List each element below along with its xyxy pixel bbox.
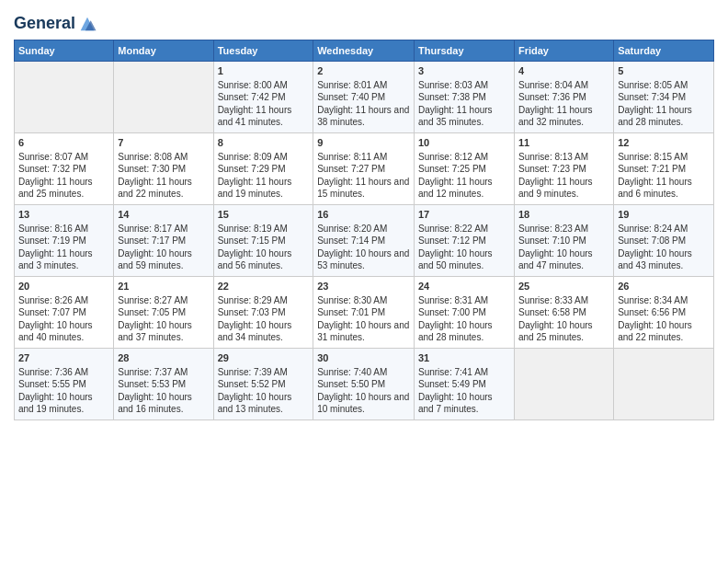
day-info: Sunrise: 8:00 AM Sunset: 7:42 PM Dayligh… xyxy=(218,79,310,129)
calendar-header-thursday: Thursday xyxy=(415,40,515,62)
day-info: Sunrise: 8:11 AM Sunset: 7:27 PM Dayligh… xyxy=(317,151,410,201)
day-info: Sunrise: 8:01 AM Sunset: 7:40 PM Dayligh… xyxy=(317,79,410,129)
day-number: 23 xyxy=(317,280,410,293)
calendar-cell: 14Sunrise: 8:17 AM Sunset: 7:17 PM Dayli… xyxy=(114,205,213,277)
calendar-cell: 30Sunrise: 7:40 AM Sunset: 5:50 PM Dayli… xyxy=(313,349,415,420)
day-info: Sunrise: 7:36 AM Sunset: 5:55 PM Dayligh… xyxy=(18,366,109,416)
day-info: Sunrise: 7:41 AM Sunset: 5:49 PM Dayligh… xyxy=(418,366,510,416)
calendar-cell: 2Sunrise: 8:01 AM Sunset: 7:40 PM Daylig… xyxy=(313,62,415,133)
header: General xyxy=(14,9,714,34)
calendar-cell: 4Sunrise: 8:04 AM Sunset: 7:36 PM Daylig… xyxy=(514,62,613,133)
calendar-cell xyxy=(15,62,114,133)
calendar-cell: 15Sunrise: 8:19 AM Sunset: 7:15 PM Dayli… xyxy=(213,205,313,277)
day-number: 10 xyxy=(418,136,510,150)
calendar-cell: 31Sunrise: 7:41 AM Sunset: 5:49 PM Dayli… xyxy=(415,349,515,420)
day-info: Sunrise: 8:34 AM Sunset: 6:56 PM Dayligh… xyxy=(618,294,710,344)
calendar-week-row: 6Sunrise: 8:07 AM Sunset: 7:32 PM Daylig… xyxy=(15,133,714,205)
day-info: Sunrise: 8:30 AM Sunset: 7:01 PM Dayligh… xyxy=(317,294,410,344)
day-number: 18 xyxy=(518,208,609,222)
day-number: 21 xyxy=(118,280,209,293)
calendar-header-monday: Monday xyxy=(114,40,213,62)
calendar-cell: 18Sunrise: 8:23 AM Sunset: 7:10 PM Dayli… xyxy=(514,205,613,277)
day-number: 1 xyxy=(218,64,310,78)
calendar-week-row: 20Sunrise: 8:26 AM Sunset: 7:07 PM Dayli… xyxy=(15,277,714,349)
calendar-cell: 11Sunrise: 8:13 AM Sunset: 7:23 PM Dayli… xyxy=(514,133,613,205)
day-info: Sunrise: 8:26 AM Sunset: 7:07 PM Dayligh… xyxy=(18,294,109,344)
day-info: Sunrise: 8:24 AM Sunset: 7:08 PM Dayligh… xyxy=(618,223,710,272)
calendar-cell xyxy=(614,349,714,420)
day-number: 12 xyxy=(618,136,710,150)
day-info: Sunrise: 8:22 AM Sunset: 7:12 PM Dayligh… xyxy=(418,223,510,272)
day-number: 7 xyxy=(118,136,209,150)
day-info: Sunrise: 7:40 AM Sunset: 5:50 PM Dayligh… xyxy=(317,366,410,416)
day-number: 15 xyxy=(218,208,310,222)
calendar-header-saturday: Saturday xyxy=(614,40,714,62)
day-number: 13 xyxy=(18,208,109,222)
day-info: Sunrise: 8:29 AM Sunset: 7:03 PM Dayligh… xyxy=(218,294,310,344)
day-info: Sunrise: 8:19 AM Sunset: 7:15 PM Dayligh… xyxy=(218,223,310,272)
day-number: 30 xyxy=(317,351,410,365)
calendar-week-row: 1Sunrise: 8:00 AM Sunset: 7:42 PM Daylig… xyxy=(15,62,714,133)
day-number: 24 xyxy=(418,280,510,293)
calendar-cell: 20Sunrise: 8:26 AM Sunset: 7:07 PM Dayli… xyxy=(15,277,114,349)
day-info: Sunrise: 8:27 AM Sunset: 7:05 PM Dayligh… xyxy=(118,294,209,344)
day-number: 3 xyxy=(418,64,510,78)
day-number: 19 xyxy=(618,208,710,222)
page-container: General SundayMondayTuesdayWednesdayThur… xyxy=(0,0,728,430)
calendar-cell: 3Sunrise: 8:03 AM Sunset: 7:38 PM Daylig… xyxy=(415,62,515,133)
day-info: Sunrise: 8:23 AM Sunset: 7:10 PM Dayligh… xyxy=(518,223,609,272)
calendar-header-friday: Friday xyxy=(514,40,613,62)
calendar-cell: 8Sunrise: 8:09 AM Sunset: 7:29 PM Daylig… xyxy=(213,133,313,205)
day-number: 22 xyxy=(218,280,310,293)
day-number: 25 xyxy=(518,280,609,293)
day-number: 17 xyxy=(418,208,510,222)
calendar-cell: 6Sunrise: 8:07 AM Sunset: 7:32 PM Daylig… xyxy=(15,133,114,205)
calendar-cell: 13Sunrise: 8:16 AM Sunset: 7:19 PM Dayli… xyxy=(15,205,114,277)
calendar-cell: 19Sunrise: 8:24 AM Sunset: 7:08 PM Dayli… xyxy=(614,205,714,277)
day-number: 31 xyxy=(418,351,510,365)
logo-text: General xyxy=(14,15,75,33)
calendar-cell: 7Sunrise: 8:08 AM Sunset: 7:30 PM Daylig… xyxy=(114,133,213,205)
calendar-header-row: SundayMondayTuesdayWednesdayThursdayFrid… xyxy=(15,40,714,62)
calendar-cell: 12Sunrise: 8:15 AM Sunset: 7:21 PM Dayli… xyxy=(614,133,714,205)
day-info: Sunrise: 8:03 AM Sunset: 7:38 PM Dayligh… xyxy=(418,79,510,129)
day-info: Sunrise: 8:09 AM Sunset: 7:29 PM Dayligh… xyxy=(218,151,310,201)
calendar-cell: 23Sunrise: 8:30 AM Sunset: 7:01 PM Dayli… xyxy=(313,277,415,349)
day-info: Sunrise: 8:05 AM Sunset: 7:34 PM Dayligh… xyxy=(618,79,710,129)
logo-icon xyxy=(77,14,97,34)
day-info: Sunrise: 8:17 AM Sunset: 7:17 PM Dayligh… xyxy=(118,223,209,272)
day-number: 16 xyxy=(317,208,410,222)
calendar-cell: 1Sunrise: 8:00 AM Sunset: 7:42 PM Daylig… xyxy=(213,62,313,133)
day-info: Sunrise: 8:33 AM Sunset: 6:58 PM Dayligh… xyxy=(518,294,609,344)
day-info: Sunrise: 7:39 AM Sunset: 5:52 PM Dayligh… xyxy=(218,366,310,416)
calendar-cell: 26Sunrise: 8:34 AM Sunset: 6:56 PM Dayli… xyxy=(614,277,714,349)
day-number: 27 xyxy=(18,351,109,365)
calendar-table: SundayMondayTuesdayWednesdayThursdayFrid… xyxy=(14,40,714,420)
calendar-cell: 22Sunrise: 8:29 AM Sunset: 7:03 PM Dayli… xyxy=(213,277,313,349)
day-number: 29 xyxy=(218,351,310,365)
day-info: Sunrise: 8:07 AM Sunset: 7:32 PM Dayligh… xyxy=(18,151,109,201)
day-number: 14 xyxy=(118,208,209,222)
calendar-cell: 25Sunrise: 8:33 AM Sunset: 6:58 PM Dayli… xyxy=(514,277,613,349)
day-info: Sunrise: 7:37 AM Sunset: 5:53 PM Dayligh… xyxy=(118,366,209,416)
calendar-week-row: 13Sunrise: 8:16 AM Sunset: 7:19 PM Dayli… xyxy=(15,205,714,277)
day-info: Sunrise: 8:31 AM Sunset: 7:00 PM Dayligh… xyxy=(418,294,510,344)
calendar-cell xyxy=(114,62,213,133)
day-info: Sunrise: 8:13 AM Sunset: 7:23 PM Dayligh… xyxy=(518,151,609,201)
day-number: 6 xyxy=(18,136,109,150)
day-number: 28 xyxy=(118,351,209,365)
calendar-cell: 24Sunrise: 8:31 AM Sunset: 7:00 PM Dayli… xyxy=(415,277,515,349)
day-number: 5 xyxy=(618,64,710,78)
calendar-cell: 17Sunrise: 8:22 AM Sunset: 7:12 PM Dayli… xyxy=(415,205,515,277)
day-info: Sunrise: 8:08 AM Sunset: 7:30 PM Dayligh… xyxy=(118,151,209,201)
calendar-header-tuesday: Tuesday xyxy=(213,40,313,62)
logo: General xyxy=(14,14,97,34)
calendar-cell: 28Sunrise: 7:37 AM Sunset: 5:53 PM Dayli… xyxy=(114,349,213,420)
day-number: 4 xyxy=(518,64,609,78)
calendar-cell: 29Sunrise: 7:39 AM Sunset: 5:52 PM Dayli… xyxy=(213,349,313,420)
calendar-header-sunday: Sunday xyxy=(15,40,114,62)
day-info: Sunrise: 8:04 AM Sunset: 7:36 PM Dayligh… xyxy=(518,79,609,129)
day-info: Sunrise: 8:15 AM Sunset: 7:21 PM Dayligh… xyxy=(618,151,710,201)
day-info: Sunrise: 8:20 AM Sunset: 7:14 PM Dayligh… xyxy=(317,223,410,272)
calendar-cell: 5Sunrise: 8:05 AM Sunset: 7:34 PM Daylig… xyxy=(614,62,714,133)
